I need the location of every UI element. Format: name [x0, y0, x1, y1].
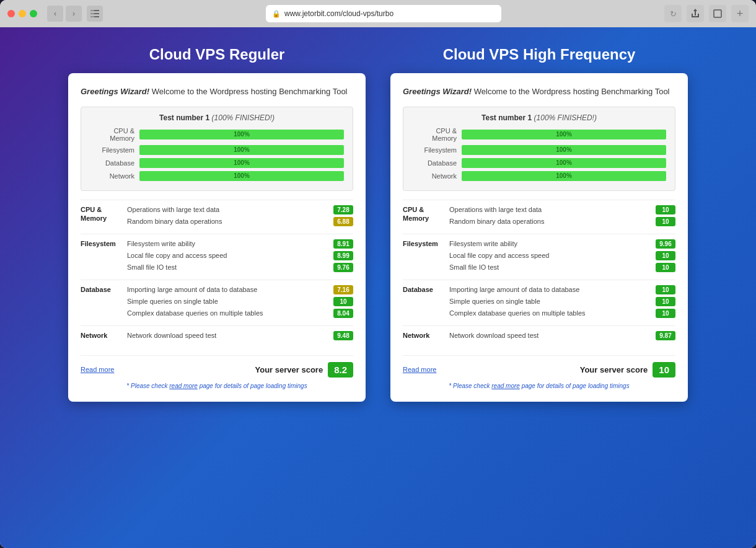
close-button[interactable] — [7, 10, 15, 17]
left-progress-fs-value: 100% — [139, 145, 344, 155]
left-progress-cpu-label: CPU & Memory — [90, 127, 139, 142]
left-greeting-italic: Greetings Wizard! — [81, 87, 149, 96]
left-cpu-item-2-score: 6.88 — [333, 217, 353, 226]
right-fs-item-1-score: 9.96 — [656, 239, 675, 249]
left-column: Cloud VPS Reguler Greetings Wizard! Welc… — [68, 46, 366, 402]
left-net-item-1-score: 9.48 — [333, 331, 353, 340]
left-net-label: Network — [81, 331, 127, 343]
left-fs-item-1-name: Filesystem write ability — [127, 240, 333, 247]
left-cpu-category: CPU & Memory Operations with large text … — [81, 200, 353, 234]
right-db-label: Database — [403, 285, 449, 320]
right-progress-fs: Filesystem 100% — [412, 145, 666, 155]
left-fs-item-3: Small file IO test 9.76 — [127, 263, 353, 272]
right-fs-item-1: Filesystem write ability 9.96 — [449, 239, 675, 249]
right-column-title: Cloud VPS High Frequency — [443, 46, 636, 63]
left-fs-item-2-name: Local file copy and access speed — [127, 252, 333, 259]
left-db-item-3-name: Complex database queries on multiple tab… — [127, 309, 333, 317]
new-tab-button[interactable] — [709, 5, 726, 22]
right-greeting: Greetings Wizard! Welcome to the Wordpre… — [403, 86, 675, 98]
right-fs-item-3-score: 10 — [656, 263, 675, 272]
left-fs-item-1: Filesystem write ability 8.91 — [127, 239, 353, 249]
right-fs-category: Filesystem Filesystem write ability 9.96… — [403, 234, 675, 280]
left-progress-fs-label: Filesystem — [90, 146, 139, 154]
right-db-item-2-score: 10 — [656, 297, 675, 306]
right-greeting-text: Welcome to the Wordpress hosting Benchma… — [472, 87, 669, 96]
right-db-items: Importing large amount of data to databa… — [449, 285, 675, 320]
right-progress-fs-value: 100% — [462, 145, 666, 155]
address-bar[interactable]: 🔒 www.jetorbit.com/cloud-vps/turbo — [266, 5, 501, 22]
right-db-item-2-name: Simple queries on single table — [449, 298, 656, 305]
left-db-label: Database — [81, 285, 127, 320]
left-fs-label: Filesystem — [81, 239, 127, 275]
left-fs-item-1-score: 8.91 — [333, 239, 353, 249]
left-progress-net-bar: 100% — [139, 171, 344, 181]
right-progress-fs-label: Filesystem — [412, 146, 462, 154]
right-net-item-1-name: Network download speed test — [449, 332, 656, 339]
right-footnote: * Please check read more page for detail… — [403, 382, 675, 389]
minimize-button[interactable] — [19, 10, 26, 17]
right-progress-cpu-bar: 100% — [462, 130, 666, 139]
svg-rect-3 — [90, 10, 94, 17]
left-server-score-section: Your server score 8.2 — [255, 362, 353, 378]
left-progress-cpu-bar: 100% — [139, 130, 344, 139]
left-db-item-3: Complex database queries on multiple tab… — [127, 309, 353, 318]
left-fs-item-2-score: 8.99 — [333, 251, 353, 260]
right-column: Cloud VPS High Frequency Greetings Wizar… — [390, 46, 688, 402]
right-greeting-italic: Greetings Wizard! — [403, 87, 472, 96]
left-progress-db-label: Database — [90, 159, 139, 167]
browser-nav: ‹ › — [47, 6, 82, 22]
left-db-item-1-name: Importing large amount of data to databa… — [127, 286, 333, 293]
left-progress-fs-bar: 100% — [139, 145, 344, 155]
left-card-footer: Read more Your server score 8.2 — [81, 355, 353, 378]
maximize-button[interactable] — [30, 10, 37, 17]
sidebar-toggle-button[interactable] — [87, 6, 103, 22]
left-benchmark-results: CPU & Memory Operations with large text … — [81, 200, 353, 348]
right-footnote-link[interactable]: read more — [491, 382, 520, 389]
share-button[interactable] — [687, 5, 704, 22]
left-fs-item-3-score: 9.76 — [333, 263, 353, 272]
back-button[interactable]: ‹ — [47, 6, 63, 22]
page-columns: Cloud VPS Reguler Greetings Wizard! Welc… — [37, 46, 719, 402]
left-benchmark-card: Greetings Wizard! Welcome to the Wordpre… — [68, 73, 366, 402]
svg-rect-5 — [716, 12, 719, 15]
add-tab-button[interactable]: + — [731, 5, 749, 22]
right-cpu-label: CPU & Memory — [403, 205, 449, 229]
right-fs-item-3-name: Small file IO test — [449, 263, 656, 271]
left-fs-item-3-name: Small file IO test — [127, 263, 333, 271]
left-read-more-link[interactable]: Read more — [81, 366, 114, 373]
right-net-category: Network Network download speed test 9.87 — [403, 325, 675, 348]
left-progress-cpu: CPU & Memory 100% — [90, 127, 344, 142]
refresh-icon: ↻ — [670, 9, 677, 19]
left-server-score-value: 8.2 — [328, 362, 353, 378]
right-db-item-1: Importing large amount of data to databa… — [449, 285, 675, 294]
left-greeting-text: Welcome to the Wordpress hosting Benchma… — [149, 87, 347, 96]
browser-actions: ↻ + — [664, 5, 749, 22]
left-progress-title: Test number 1 (100% FINISHED!) — [90, 113, 344, 122]
left-db-item-2-name: Simple queries on single table — [127, 298, 333, 305]
left-server-score-label: Your server score — [255, 365, 323, 374]
right-progress-cpu-value: 100% — [462, 130, 666, 139]
left-footnote-link[interactable]: read more — [169, 382, 198, 389]
left-progress-db: Database 100% — [90, 158, 344, 168]
refresh-button[interactable]: ↻ — [664, 5, 682, 22]
right-net-items: Network download speed test 9.87 — [449, 331, 675, 343]
right-cpu-item-1-score: 10 — [656, 205, 675, 214]
right-progress-fs-bar: 100% — [462, 145, 666, 155]
left-fs-items: Filesystem write ability 8.91 Local file… — [127, 239, 353, 275]
forward-button[interactable]: › — [66, 6, 82, 22]
right-benchmark-results: CPU & Memory Operations with large text … — [403, 200, 675, 348]
right-read-more-link[interactable]: Read more — [403, 366, 436, 373]
right-progress-db: Database 100% — [412, 158, 666, 168]
right-progress-db-label: Database — [412, 159, 462, 167]
right-test-label: Test number 1 — [481, 113, 532, 122]
right-fs-label: Filesystem — [403, 239, 449, 275]
left-test-status: (100% FINISHED!) — [212, 113, 275, 122]
right-fs-item-3: Small file IO test 10 — [449, 263, 675, 272]
left-progress-fs: Filesystem 100% — [90, 145, 344, 155]
right-db-item-3-name: Complex database queries on multiple tab… — [449, 309, 656, 317]
right-net-item-1: Network download speed test 9.87 — [449, 331, 675, 340]
address-bar-wrap: 🔒 www.jetorbit.com/cloud-vps/turbo — [108, 5, 659, 22]
left-column-title: Cloud VPS Reguler — [149, 46, 285, 63]
right-progress-net-bar: 100% — [462, 171, 666, 181]
right-cpu-item-2: Random binary data operations 10 — [449, 217, 675, 226]
